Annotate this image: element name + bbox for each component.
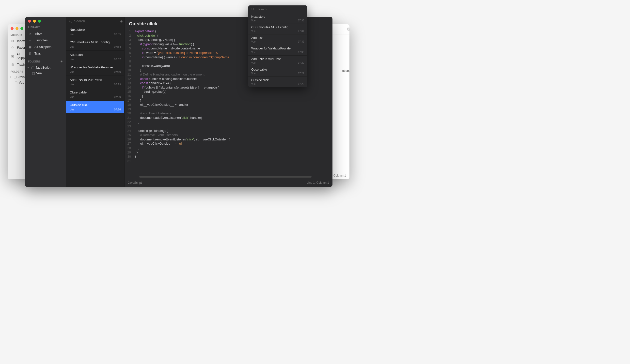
snippet-item[interactable]: Wrapper for ValidatorProviderVue07:30 xyxy=(66,63,124,76)
sidebar-item-trash[interactable]: 🗑Trash xyxy=(25,50,66,57)
minimize-window-button[interactable] xyxy=(33,20,36,23)
popover-search-row xyxy=(248,5,307,13)
close-window-button[interactable] xyxy=(10,27,14,30)
sidebar-dark: LIBRARY ✉Inbox ☆Favorites ▣All Snippets … xyxy=(25,17,66,187)
maximize-window-button[interactable] xyxy=(20,27,24,30)
sidebar-item-favorites[interactable]: ☆Favorites xyxy=(25,37,66,43)
add-snippet-button[interactable]: ＋ xyxy=(119,18,124,24)
snippet-list-pane: ＋ Nuxt storeVue07:35 CSS modules NUXT co… xyxy=(66,17,124,187)
language-indicator[interactable]: JavaScript xyxy=(128,181,142,184)
code-lines[interactable]: export default { 'click-outside': { bind… xyxy=(135,29,230,176)
snippet-item[interactable]: Add ENV in VuePressVue07:29 xyxy=(66,76,124,88)
horizontal-scrollbar[interactable] xyxy=(139,176,312,178)
popover-item[interactable]: Outside clickVue07:26 xyxy=(248,77,307,87)
search-row: ＋ xyxy=(66,17,124,25)
snippet-item-selected[interactable]: Outside clickVue07:26 xyxy=(66,101,124,113)
star-icon: ☆ xyxy=(10,46,14,49)
inbox-icon: ✉ xyxy=(28,32,32,35)
folder-icon: ▢ xyxy=(31,66,34,69)
library-label-dark: LIBRARY xyxy=(25,25,66,30)
status-bar: JavaScript Line 1, Column 1 xyxy=(124,180,332,187)
sidebar-item-all[interactable]: ▣All Snippets xyxy=(25,43,66,50)
search-icon xyxy=(251,8,254,11)
archive-icon: ▣ xyxy=(28,45,32,49)
folder-icon: ▢ xyxy=(14,81,18,84)
chevron-down-icon: ▾ xyxy=(28,66,30,69)
archive-icon: ▣ xyxy=(10,54,14,58)
close-window-button[interactable] xyxy=(28,20,31,23)
search-icon xyxy=(69,19,72,23)
sidebar-item-inbox[interactable]: ✉Inbox xyxy=(25,30,66,37)
folder-icon: ▢ xyxy=(32,71,35,75)
trash-icon: 🗑 xyxy=(28,52,32,55)
search-input[interactable] xyxy=(74,19,117,23)
add-folder-button[interactable]: ＋ xyxy=(60,59,63,64)
snippet-item[interactable]: CSS modules NUXT configVue07:34 xyxy=(66,38,124,51)
svg-line-1 xyxy=(71,22,72,23)
popover-item[interactable]: Wrapper for ValidatorProviderVue07:30 xyxy=(248,45,307,55)
popover-search-input[interactable] xyxy=(256,7,304,11)
snippet-item[interactable]: ObservableVue07:29 xyxy=(66,88,124,101)
minimize-window-button[interactable] xyxy=(16,27,18,30)
popover-item[interactable]: ObservableVue07:29 xyxy=(248,66,307,77)
folder-javascript[interactable]: ▾▢JavaScript xyxy=(25,65,66,70)
search-popover: Nuxt storeVue07:35 CSS modules NUXT conf… xyxy=(248,5,307,87)
folders-header-dark: FOLDERS＋ xyxy=(25,57,66,65)
folder-vue[interactable]: ▢Vue xyxy=(25,70,66,76)
trash-icon: 🗑 xyxy=(10,63,14,66)
popover-item[interactable]: Add ENV in VuePressVue07:29 xyxy=(248,55,307,66)
svg-line-3 xyxy=(253,9,254,10)
popover-item[interactable]: Add i18nVue07:32 xyxy=(248,34,307,45)
folder-icon: ▢ xyxy=(14,75,17,79)
star-icon: ☆ xyxy=(28,38,32,42)
popover-item[interactable]: CSS modules NUXT configVue07:34 xyxy=(248,24,307,34)
line-gutter: 1 2 3 4 5 6 7 8 9 10 11 12 13 14 15 16 1… xyxy=(126,29,135,176)
svg-point-0 xyxy=(69,20,71,22)
snippet-item[interactable]: Nuxt storeVue07:35 xyxy=(66,25,124,38)
cursor-position: Line 1, Column 1 xyxy=(307,181,329,184)
popover-item[interactable]: Nuxt storeVue07:35 xyxy=(248,13,307,24)
traffic-lights-dark xyxy=(25,19,66,25)
svg-point-2 xyxy=(252,8,254,10)
maximize-window-button[interactable] xyxy=(38,20,41,23)
chevron-down-icon: ▾ xyxy=(10,76,12,78)
snippet-item[interactable]: Add i18nVue07:32 xyxy=(66,51,124,63)
inbox-icon: ✉ xyxy=(10,39,14,43)
clipboard-icon[interactable]: ⎘ xyxy=(348,27,350,31)
